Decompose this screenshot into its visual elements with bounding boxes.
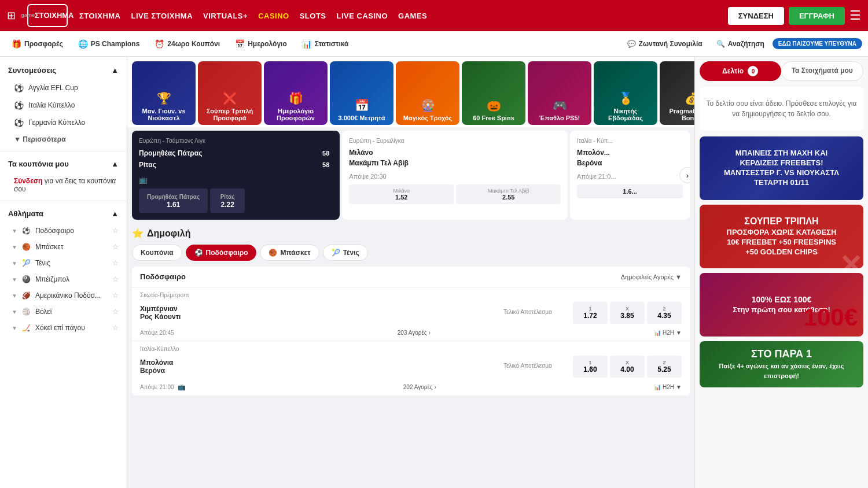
promo-card-calendar[interactable]: 📅 3.000€ Μετρητά bbox=[330, 61, 393, 125]
sidebar-item-germany-cup[interactable]: ⚽ Γερμανία Κύπελλο bbox=[0, 114, 127, 131]
promo-card-trick[interactable]: 🎃 60 Free Spins bbox=[462, 61, 525, 125]
match-3-odd-1[interactable]: 1.6... bbox=[577, 184, 683, 198]
star-basketball-icon[interactable]: ☆ bbox=[112, 243, 119, 251]
popular-markets-label[interactable]: Δημοφιλείς Αγορές ▼ bbox=[621, 273, 682, 280]
sport-baseball-left: ▼ 🎱 Μπέιζμπολ bbox=[12, 275, 69, 283]
match-1-odd-2[interactable]: Ρίτας 2.22 bbox=[210, 188, 245, 213]
star-am-football-icon[interactable]: ☆ bbox=[112, 291, 119, 300]
promo-card-super-tripl[interactable]: ❌ Σούπερ Τριπλή Προσφορά bbox=[198, 61, 262, 125]
tab-basketball-icon: 🏀 bbox=[269, 249, 277, 257]
sidebar-sport-basketball[interactable]: ▼ 🏀 Μπάσκετ ☆ bbox=[0, 239, 127, 255]
sidebar-sport-am-football[interactable]: ▼ 🏈 Αμερικάνικο Ποδόσ... ☆ bbox=[0, 287, 127, 304]
row-1-odd-2[interactable]: 2 4.35 bbox=[647, 302, 682, 324]
basketball-label: Μπάσκετ bbox=[35, 243, 64, 251]
row-2-markets[interactable]: 202 Αγορές › bbox=[403, 384, 436, 390]
row-2-h2h[interactable]: 📊 H2H ▼ bbox=[654, 384, 682, 390]
betslip-count: 0 bbox=[748, 66, 758, 76]
row-2-odd-2[interactable]: 2 5.25 bbox=[647, 356, 682, 378]
nav-offers[interactable]: 🎁 Προσφορές bbox=[6, 36, 69, 52]
star-volleyball-icon[interactable]: ☆ bbox=[112, 308, 119, 316]
nav-slots[interactable]: SLOTS bbox=[300, 12, 326, 20]
nav-statistics[interactable]: 📊 Στατιστικά bbox=[296, 36, 355, 52]
login-link[interactable]: Σύνδεση bbox=[14, 177, 42, 185]
nav-calendar[interactable]: 📅 Ημερολόγιο bbox=[229, 36, 293, 52]
search-button[interactable]: 🔍 Αναζήτηση bbox=[711, 36, 770, 51]
row-2-odd-x[interactable]: X 4.00 bbox=[610, 356, 645, 378]
sidebar-item-england-efl[interactable]: ⚽ Αγγλία EFL Cup bbox=[0, 79, 127, 97]
row-1-odd-1[interactable]: 1 1.72 bbox=[573, 302, 608, 324]
top-navigation: ⊞ game ΣΤΟΙΧΗΜΑ ΣΤΟΙΧΗΜΑ LIVE ΣΤΟΙΧΗΜΑ V… bbox=[0, 0, 868, 31]
nav-ps-champions[interactable]: 🌐 PS Champions bbox=[72, 36, 146, 52]
match-2-league: Ευρώπη - Ευρωλίγκα bbox=[349, 138, 561, 144]
promo-icon-win: 🏅 bbox=[619, 91, 633, 105]
next-match-button[interactable]: › bbox=[679, 167, 690, 183]
hockey-label: Χόκεϊ επί πάγου bbox=[35, 324, 85, 332]
sec-nav-right: 💬 Ζωντανή Συνομιλία 🔍 Αναζήτηση ΕΔΩ ΠΑΙΖ… bbox=[621, 36, 862, 51]
row-1-markets[interactable]: 203 Αγορές › bbox=[398, 330, 431, 336]
betslip-tab-active[interactable]: Δελτίο 0 bbox=[700, 61, 781, 81]
sidebar-sport-volleyball[interactable]: ▼ 🏐 Βόλεϊ ☆ bbox=[0, 304, 127, 320]
row-2-odd-1[interactable]: 1 1.60 bbox=[573, 356, 608, 378]
star-hockey-icon[interactable]: ☆ bbox=[112, 324, 119, 332]
tab-tennis[interactable]: 🎾 Τένις bbox=[323, 245, 368, 261]
logo[interactable]: game ΣΤΟΙΧΗΜΑ bbox=[27, 4, 68, 27]
sidebar-sport-football[interactable]: ▼ ⚽ Ποδόσφαιρο ☆ bbox=[0, 223, 127, 239]
hamburger-icon[interactable]: ☰ bbox=[849, 8, 861, 23]
sidebar-sport-tennis[interactable]: ▼ 🎾 Τένις ☆ bbox=[0, 255, 127, 271]
row-2-teams: Μπολόνια Βερόνα bbox=[140, 358, 483, 375]
my-coupons-header[interactable]: Τα κουπόνια μου ▲ bbox=[0, 155, 127, 173]
grid-icon[interactable]: ⊞ bbox=[7, 9, 16, 22]
nav-coupon24[interactable]: ⏰ 24ωρο Κουπόνι bbox=[149, 36, 226, 52]
sports-header[interactable]: Αθλήματα ▲ bbox=[0, 205, 127, 223]
more-shortcuts[interactable]: ▼ Περισσότερα bbox=[0, 131, 127, 147]
sport-hockey-left: ▼ 🏒 Χόκεϊ επί πάγου bbox=[12, 324, 85, 332]
tab-basketball[interactable]: 🏀 Μπάσκετ bbox=[260, 245, 319, 261]
promo-icon-trick: 🎃 bbox=[487, 98, 501, 112]
promo-card-wheel[interactable]: 🎡 Μαγικός Τροχός bbox=[396, 61, 459, 125]
right-banner-100[interactable]: 100% ΕΩΣ 100€ Στην πρώτη σου κατάθεση! 1… bbox=[700, 273, 863, 337]
sidebar-sport-hockey[interactable]: ▼ 🏒 Χόκεϊ επί πάγου ☆ bbox=[0, 320, 127, 336]
right-banner-ps[interactable]: ΜΠΑΙΝΕΙΣ ΣΤΗ ΜΑΧΗ ΚΑΙΚΕΡΔΙΖΕΙΣ FREEBETS!… bbox=[700, 136, 863, 200]
nav-games[interactable]: GAMES bbox=[398, 12, 427, 20]
tv-icon-1: 📺 bbox=[139, 176, 148, 184]
promo-card-offer[interactable]: 🎁 Ημερολόγιο Προσφορών bbox=[264, 61, 328, 125]
italy-cup-label: Ιταλία Κύπελλο bbox=[28, 101, 75, 109]
match-1-odd-1[interactable]: Προμηθέας Πάτρας 1.61 bbox=[139, 188, 208, 213]
nav-stoixima[interactable]: ΣΤΟΙΧΗΜΑ bbox=[79, 12, 121, 20]
row-2-odd-2-label: 2 bbox=[655, 360, 674, 365]
signin-button[interactable]: ΣΥΝΔΕΣΗ bbox=[728, 7, 784, 25]
row-1-odd-x[interactable]: X 3.85 bbox=[610, 302, 645, 324]
nav-live-casino[interactable]: LIVE CASINO bbox=[337, 12, 388, 20]
match-2-odd-1[interactable]: Μιλάνο 1.52 bbox=[349, 184, 454, 204]
star-tennis-icon[interactable]: ☆ bbox=[112, 259, 119, 267]
right-banner-tripl[interactable]: ΣΟΥΠΕΡ ΤΡΙΠΛΗ ΠΡΟΣΦΟΡΑ ΧΩΡΙΣ ΚΑΤΑΘΕΣΗ 10… bbox=[700, 205, 863, 268]
tab-football[interactable]: ⚽ Ποδόσφαιρο bbox=[186, 245, 257, 261]
promo-card-ps-champions[interactable]: 🏆 Μαν. Γιουν. vs Νιούκαστλ bbox=[132, 61, 196, 125]
row-1-footer: Απόψε 20:45 203 Αγορές › 📊 H2H ▼ bbox=[140, 327, 682, 341]
right-banner-para[interactable]: ΣΤΟ ΠΑΡΑ 1 Παίξε 4+ αγώνες και αν χάσεις… bbox=[700, 341, 863, 387]
live-chat-button[interactable]: 💬 Ζωντανή Συνομιλία bbox=[621, 36, 708, 51]
star-baseball-icon[interactable]: ☆ bbox=[112, 275, 119, 283]
sidebar-sport-baseball[interactable]: ▼ 🎱 Μπέιζμπολ ☆ bbox=[0, 271, 127, 287]
match-2-odd-2[interactable]: Μακάμπι Τελ Αβίβ 2.55 bbox=[456, 184, 561, 204]
chevron-down-icon: ▼ bbox=[14, 135, 23, 143]
football-icon: ⚽ bbox=[22, 227, 31, 235]
tab-coupons[interactable]: Κουπόνια bbox=[132, 245, 182, 261]
tennis-label: Τένις bbox=[35, 259, 50, 267]
star-football-icon[interactable]: ☆ bbox=[112, 227, 119, 235]
match-3-team-2: Βερόνα bbox=[577, 158, 683, 168]
row-1-odd-x-label: X bbox=[618, 306, 637, 312]
match-1-team-2: Ρίτας 58 bbox=[139, 159, 333, 171]
offers-icon: 🎁 bbox=[12, 39, 21, 49]
promo-card-pragmatic[interactable]: 💰 Pragmatic Buy Bonus bbox=[660, 61, 694, 125]
my-bets-tab[interactable]: Τα Στοιχήματά μου bbox=[781, 61, 864, 81]
row-1-h2h[interactable]: 📊 H2H ▼ bbox=[654, 330, 682, 336]
nav-virtuals[interactable]: VIRTUALS+ bbox=[203, 12, 248, 20]
promo-card-win[interactable]: 🏅 Νικητής Εβδομάδας bbox=[594, 61, 657, 125]
sidebar-item-italy-cup[interactable]: ⚽ Ιταλία Κύπελλο bbox=[0, 97, 127, 114]
promo-card-ps-battles[interactable]: 🎮 Έπαθλο PS5! bbox=[528, 61, 591, 125]
register-button[interactable]: ΕΓΓΡΑΦΗ bbox=[789, 7, 845, 25]
nav-casino[interactable]: CASINO bbox=[258, 12, 289, 20]
shortcuts-header[interactable]: Συντομεύσεις ▲ bbox=[0, 61, 127, 79]
nav-live-stoixima[interactable]: LIVE ΣΤΟΙΧΗΜΑ bbox=[131, 12, 193, 20]
